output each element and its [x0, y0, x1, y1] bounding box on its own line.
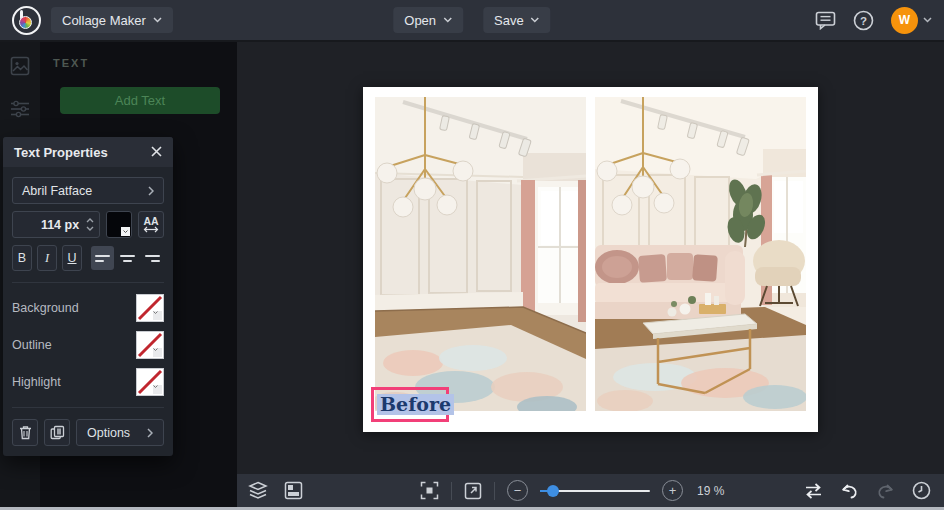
underline-button[interactable]: U [62, 245, 82, 271]
divider [12, 282, 164, 283]
chevron-down-icon [923, 17, 932, 23]
svg-text:?: ? [860, 14, 867, 26]
background-color-swatch[interactable] [136, 294, 164, 322]
swatch-dropdown-icon [153, 311, 162, 320]
zoom-slider-thumb[interactable] [547, 485, 559, 497]
font-size-value: 114 px [41, 218, 79, 232]
highlight-row: Highlight [12, 368, 164, 396]
highlight-label: Highlight [12, 375, 61, 389]
befunky-logo[interactable] [12, 6, 41, 35]
app-title: Collage Maker [62, 13, 146, 28]
align-center-button[interactable] [116, 246, 139, 270]
open-button[interactable]: Open [393, 7, 463, 33]
chat-icon [815, 11, 836, 30]
font-size-stepper[interactable] [79, 218, 99, 231]
layers-button[interactable] [248, 481, 268, 500]
outline-color-swatch[interactable] [136, 331, 164, 359]
panel-title: Text Properties [14, 145, 108, 160]
add-text-button[interactable]: Add Text [60, 87, 220, 114]
collage-photo-after[interactable] [595, 97, 806, 411]
font-size-row: 114 px AA [12, 211, 164, 238]
preview-button[interactable] [464, 482, 482, 500]
text-properties-panel: Text Properties Abril Fatface 114 px [3, 137, 173, 456]
background-label: Background [12, 301, 79, 315]
zoom-slider[interactable] [540, 484, 650, 498]
save-label: Save [494, 13, 524, 28]
chevron-down-icon [153, 17, 162, 23]
outline-label: Outline [12, 338, 52, 352]
divider [451, 482, 452, 500]
close-icon [151, 146, 162, 157]
delete-text-button[interactable] [12, 419, 38, 446]
feedback-chat-button[interactable] [815, 11, 836, 30]
open-label: Open [404, 13, 436, 28]
alignment-group [91, 246, 164, 270]
italic-button[interactable]: I [37, 245, 57, 271]
topbar-center: Open Save [393, 7, 550, 33]
account-menu[interactable]: W [891, 7, 932, 34]
topbar: Collage Maker Open Save [0, 0, 944, 40]
highlight-color-swatch[interactable] [136, 368, 164, 396]
history-clock-icon [912, 481, 931, 500]
selected-text-object[interactable]: Before [371, 387, 449, 422]
close-panel-button[interactable] [151, 145, 162, 159]
zoom-in-button[interactable]: + [662, 480, 683, 501]
help-button[interactable]: ? [853, 10, 874, 31]
divider [494, 482, 495, 500]
trash-icon [19, 425, 32, 440]
chevron-down-icon [531, 17, 540, 23]
duplicate-text-button[interactable] [44, 419, 70, 446]
outline-row: Outline [12, 331, 164, 359]
swatch-dropdown-icon [153, 385, 162, 394]
avatar-initial: W [899, 13, 910, 27]
font-size-input[interactable]: 114 px [12, 211, 100, 238]
chevron-right-icon [148, 186, 154, 196]
zoom-percent: 19 % [697, 484, 724, 498]
collage-photo-before[interactable] [375, 97, 586, 411]
font-family-select[interactable]: Abril Fatface [12, 177, 164, 204]
align-left-button[interactable] [91, 246, 114, 270]
adjust-sliders-icon[interactable] [10, 100, 30, 118]
letter-spacing-button[interactable]: AA [138, 211, 164, 238]
text-properties-body: Abril Fatface 114 px AA [3, 167, 173, 446]
text-object-value: Before [377, 394, 454, 416]
swatch-dropdown-icon [153, 348, 162, 357]
fit-screen-icon [420, 481, 439, 500]
panel-footer: Options [12, 419, 164, 446]
fit-to-screen-button[interactable] [420, 481, 439, 500]
collage-layout-icon [284, 481, 303, 500]
align-right-button[interactable] [141, 246, 164, 270]
app-title-menu[interactable]: Collage Maker [51, 7, 173, 33]
bold-button[interactable]: B [12, 245, 32, 271]
collage-maker-app: Collage Maker Open Save [0, 0, 944, 510]
undo-icon [840, 483, 859, 499]
text-style-row: B I U [12, 245, 164, 271]
compare-button[interactable] [804, 483, 823, 499]
collage-frame[interactable]: Before [363, 87, 818, 432]
layout-manager-button[interactable] [284, 481, 303, 500]
user-avatar: W [891, 7, 918, 34]
history-button[interactable] [912, 481, 931, 500]
chevron-right-icon [147, 428, 153, 438]
toolbar-left-group [248, 474, 303, 507]
undo-button[interactable] [840, 483, 859, 499]
image-manager-icon[interactable] [10, 56, 30, 76]
swatch-dropdown-icon [121, 227, 130, 236]
save-button[interactable]: Save [483, 7, 551, 33]
options-button[interactable]: Options [76, 419, 164, 446]
open-preview-icon [464, 482, 482, 500]
redo-button[interactable] [876, 483, 895, 499]
chevron-down-icon [443, 17, 452, 23]
horizontal-arrows-icon [143, 226, 159, 233]
text-color-swatch[interactable] [106, 211, 132, 238]
text-section-label: TEXT [53, 57, 89, 69]
toolbar-zoom-group: − + 19 % [420, 474, 724, 507]
zoom-out-button[interactable]: − [507, 480, 528, 501]
compare-arrows-icon [804, 483, 823, 499]
canvas-area: Before [237, 40, 944, 474]
divider [12, 407, 164, 408]
font-family-value: Abril Fatface [22, 184, 92, 198]
topbar-right: ? W [815, 7, 932, 34]
duplicate-icon [50, 425, 65, 440]
options-label: Options [87, 426, 130, 440]
